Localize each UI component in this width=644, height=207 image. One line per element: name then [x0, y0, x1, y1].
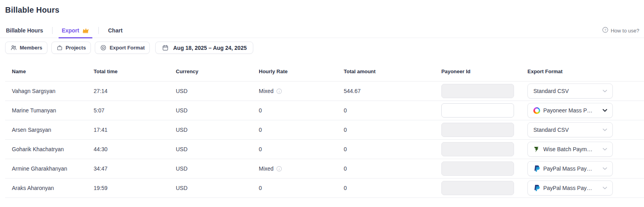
hourly-rate: 0 — [259, 127, 262, 133]
tab-divider — [52, 27, 53, 34]
table-row: Marine Tumanyan 5:07 USD 0 0 Payoneer Ma… — [5, 101, 644, 120]
total-time: 5:07 — [94, 107, 176, 114]
tab-bar: Billable Hours Export Chart ? How to use… — [0, 23, 644, 38]
briefcase-icon — [56, 45, 63, 51]
billable-hours-table: Name Total time Currency Hourly Rate Tot… — [5, 62, 644, 198]
currency: USD — [176, 127, 259, 133]
date-range-label: Aug 18, 2025 – Aug 24, 2025 — [173, 45, 247, 51]
export-format-select[interactable]: Wise Batch Paym… — [527, 142, 613, 157]
table-row: Araks Aharonyan 19:59 USD 0 0 PayPal Mas… — [5, 179, 644, 198]
tab-billable-hours-label: Billable Hours — [6, 27, 43, 34]
billable-hours-page: Billable Hours Billable Hours Export Cha… — [0, 0, 644, 207]
total-time: 19:59 — [94, 185, 176, 191]
page-title: Billable Hours — [5, 6, 644, 15]
tab-chart-label: Chart — [108, 27, 122, 34]
total-amount: 0 — [344, 107, 441, 114]
paypal-logo-icon — [533, 165, 540, 173]
chevron-down-icon — [603, 186, 607, 190]
member-name: Goharik Khachatryan — [5, 146, 94, 152]
export-format-value: Wise Batch Paym… — [543, 146, 599, 152]
total-amount: 544.67 — [344, 88, 441, 94]
column-header-hourly-rate: Hourly Rate — [259, 68, 344, 74]
export-format-select[interactable]: Standard CSV — [527, 84, 613, 99]
member-name: Marine Tumanyan — [5, 107, 94, 114]
column-header-payoneer-id: Payoneer Id — [441, 68, 527, 74]
members-filter-button[interactable]: Members — [5, 42, 47, 54]
total-amount: 0 — [344, 127, 441, 133]
payoneer-id-input — [441, 84, 514, 98]
table-row: Vahagn Sargsyan 27:14 USD Mixed i 544.67… — [5, 82, 644, 101]
currency: USD — [176, 88, 259, 94]
chevron-down-icon — [603, 128, 607, 131]
filter-row: Members Projects Export Format Aug 18, 2… — [5, 42, 644, 54]
payoneer-id-input — [441, 181, 514, 195]
column-header-total-amount: Total amount — [344, 68, 441, 74]
table-header-row: Name Total time Currency Hourly Rate Tot… — [5, 62, 644, 82]
info-icon[interactable]: i — [276, 88, 282, 94]
date-range-picker[interactable]: Aug 18, 2025 – Aug 24, 2025 — [155, 42, 253, 54]
currency: USD — [176, 107, 259, 114]
table-row: Arsen Sargsyan 17:41 USD 0 0 Standard CS… — [5, 120, 644, 140]
column-header-currency: Currency — [176, 68, 259, 74]
export-format-value: Payoneer Mass P… — [543, 107, 599, 114]
column-header-export-format: Export Format — [527, 68, 644, 74]
info-icon[interactable]: i — [276, 166, 282, 172]
how-to-use-label: How to use? — [611, 27, 639, 33]
hourly-rate: Mixed — [259, 88, 273, 94]
export-format-filter-label: Export Format — [109, 45, 145, 51]
column-header-name: Name — [5, 68, 94, 74]
member-name: Arsen Sargsyan — [5, 127, 94, 133]
paypal-logo-icon — [533, 184, 540, 192]
members-icon — [10, 44, 17, 51]
currency: USD — [176, 146, 259, 152]
currency: USD — [176, 165, 259, 172]
member-name: Araks Aharonyan — [5, 185, 94, 191]
projects-filter-button[interactable]: Projects — [51, 42, 91, 54]
tab-export[interactable]: Export — [61, 23, 90, 38]
total-time: 17:41 — [94, 127, 176, 133]
table-row: Goharik Khachatryan 44:30 USD 0 0 Wise B… — [5, 140, 644, 159]
how-to-use-link[interactable]: ? How to use? — [602, 27, 639, 34]
total-time: 34:47 — [94, 165, 176, 172]
total-time: 27:14 — [94, 88, 176, 94]
hourly-rate: 0 — [259, 146, 262, 152]
calendar-icon — [162, 44, 169, 51]
total-amount: 0 — [344, 165, 441, 172]
projects-filter-label: Projects — [66, 45, 86, 51]
hourly-rate: 0 — [259, 185, 262, 191]
chevron-down-icon — [603, 89, 607, 93]
chevron-down-icon — [603, 148, 607, 151]
payoneer-id-input[interactable] — [441, 103, 514, 118]
export-format-select[interactable]: PayPal Mass Pay… — [527, 161, 613, 176]
export-format-filter-button[interactable]: Export Format — [95, 42, 150, 54]
svg-text:?: ? — [604, 28, 606, 32]
tab-billable-hours[interactable]: Billable Hours — [5, 23, 44, 38]
tab-export-label: Export — [62, 27, 79, 34]
svg-text:i: i — [279, 167, 280, 171]
export-format-value: PayPal Mass Pay… — [543, 165, 599, 172]
total-amount: 0 — [344, 146, 441, 152]
payoneer-id-input — [441, 161, 514, 176]
payoneer-id-input — [441, 142, 514, 156]
export-format-select[interactable]: PayPal Mass Pay… — [527, 180, 613, 196]
export-format-select[interactable]: Standard CSV — [527, 122, 613, 137]
currency: USD — [176, 185, 259, 191]
member-name: Armine Gharakhanyan — [5, 165, 94, 172]
tab-divider — [98, 27, 99, 34]
payoneer-logo-icon — [533, 107, 540, 114]
table-row: Armine Gharakhanyan 34:47 USD Mixed i 0 … — [5, 159, 644, 179]
svg-text:i: i — [279, 89, 280, 93]
chevron-down-icon — [603, 167, 607, 170]
total-time: 44:30 — [94, 146, 176, 152]
crown-icon — [82, 27, 89, 34]
member-name: Vahagn Sargsyan — [5, 88, 94, 94]
hourly-rate: 0 — [259, 107, 262, 114]
total-amount: 0 — [344, 185, 441, 191]
chevron-down-icon — [603, 109, 607, 112]
export-format-select[interactable]: Payoneer Mass P… — [527, 103, 613, 118]
question-circle-icon: ? — [602, 27, 608, 34]
members-filter-label: Members — [20, 45, 42, 51]
wise-logo-icon — [533, 146, 540, 153]
tab-chart[interactable]: Chart — [107, 23, 123, 38]
payoneer-id-input — [441, 123, 514, 137]
